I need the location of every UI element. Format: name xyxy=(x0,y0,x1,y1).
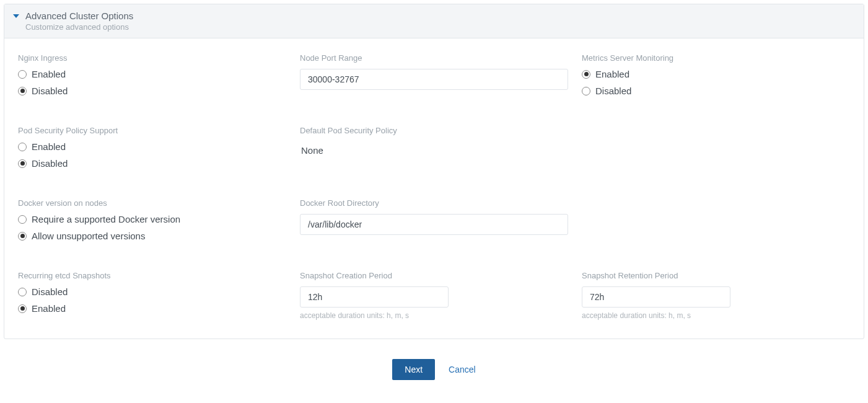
docker-version-allow-text: Allow unsupported versions xyxy=(32,231,145,241)
docker-version-field: Docker version on nodes Require a suppor… xyxy=(18,198,286,247)
next-button[interactable]: Next xyxy=(392,359,435,380)
snapshot-creation-field: Snapshot Creation Period acceptable dura… xyxy=(300,271,568,320)
panel-subtitle: Customize advanced options xyxy=(25,22,133,32)
metrics-server-disabled-radio[interactable] xyxy=(582,87,590,95)
docker-root-field: Docker Root Directory xyxy=(300,198,568,247)
snapshot-creation-input[interactable] xyxy=(300,286,449,308)
collapse-arrow-icon xyxy=(13,14,19,18)
node-port-range-field: Node Port Range xyxy=(300,53,568,102)
node-port-range-label: Node Port Range xyxy=(300,53,568,63)
docker-root-label: Docker Root Directory xyxy=(300,198,568,208)
nginx-ingress-field: Nginx Ingress Enabled Disabled xyxy=(18,53,286,102)
etcd-snapshots-field: Recurring etcd Snapshots Disabled Enable… xyxy=(18,271,286,320)
snapshot-retention-hint: acceptable duration units: h, m, s xyxy=(582,311,850,320)
etcd-disabled-text: Disabled xyxy=(32,286,68,297)
metrics-server-enabled-radio[interactable] xyxy=(582,70,590,79)
docker-version-require-radio[interactable] xyxy=(18,215,27,224)
panel-body: Nginx Ingress Enabled Disabled Node Port… xyxy=(4,38,864,339)
psp-enabled-text: Enabled xyxy=(32,141,66,152)
snapshot-retention-field: Snapshot Retention Period acceptable dur… xyxy=(582,271,850,320)
nginx-ingress-enabled-radio[interactable] xyxy=(18,70,27,79)
snapshot-retention-input[interactable] xyxy=(582,286,730,308)
nginx-ingress-enabled-text: Enabled xyxy=(32,69,66,79)
panel-header[interactable]: Advanced Cluster Options Customize advan… xyxy=(4,4,864,38)
nginx-ingress-disabled-text: Disabled xyxy=(32,86,68,96)
default-psp-value: None xyxy=(300,141,568,159)
snapshot-creation-label: Snapshot Creation Period xyxy=(300,271,568,280)
etcd-enabled-radio[interactable] xyxy=(18,304,27,313)
default-psp-field: Default Pod Security Policy None xyxy=(300,126,568,175)
snapshot-creation-hint: acceptable duration units: h, m, s xyxy=(300,311,568,320)
docker-version-label: Docker version on nodes xyxy=(18,198,286,208)
etcd-enabled-text: Enabled xyxy=(32,303,66,314)
footer-actions: Next Cancel xyxy=(4,339,864,386)
psp-enabled-radio[interactable] xyxy=(18,143,27,151)
panel-title: Advanced Cluster Options xyxy=(25,11,133,21)
snapshot-retention-label: Snapshot Retention Period xyxy=(582,271,850,280)
pod-security-policy-label: Pod Security Policy Support xyxy=(18,126,286,135)
docker-version-require-text: Require a supported Docker version xyxy=(32,214,180,224)
default-psp-label: Default Pod Security Policy xyxy=(300,126,568,135)
docker-root-input[interactable] xyxy=(300,214,568,235)
advanced-cluster-options-panel: Advanced Cluster Options Customize advan… xyxy=(4,4,864,339)
docker-version-allow-radio[interactable] xyxy=(18,232,27,241)
node-port-range-input[interactable] xyxy=(300,69,568,90)
metrics-server-label: Metrics Server Monitoring xyxy=(582,53,850,63)
metrics-server-disabled-text: Disabled xyxy=(595,86,631,96)
etcd-snapshots-label: Recurring etcd Snapshots xyxy=(18,271,286,280)
cancel-button[interactable]: Cancel xyxy=(449,365,476,374)
metrics-server-enabled-text: Enabled xyxy=(595,69,629,79)
psp-disabled-radio[interactable] xyxy=(18,159,27,168)
etcd-disabled-radio[interactable] xyxy=(18,288,27,296)
pod-security-policy-field: Pod Security Policy Support Enabled Disa… xyxy=(18,126,286,175)
nginx-ingress-disabled-radio[interactable] xyxy=(18,87,27,95)
metrics-server-field: Metrics Server Monitoring Enabled Disabl… xyxy=(582,53,850,102)
nginx-ingress-label: Nginx Ingress xyxy=(18,53,286,63)
psp-disabled-text: Disabled xyxy=(32,158,68,169)
